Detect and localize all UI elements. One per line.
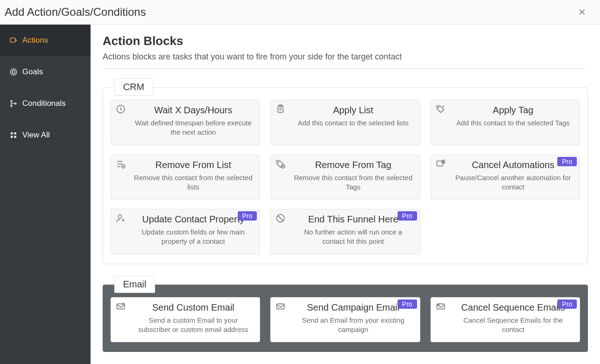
sidebar-item-goals[interactable]: Goals — [0, 56, 91, 88]
svg-rect-8 — [11, 136, 13, 138]
card-apply-list[interactable]: Apply List Add this contact to the selec… — [270, 100, 420, 145]
svg-rect-7 — [14, 132, 17, 135]
card-title: Cancel Automations — [453, 160, 573, 170]
card-title: Update Contact Property — [133, 214, 253, 225]
svg-rect-0 — [10, 38, 15, 42]
sidebar-item-conditionals[interactable]: Conditionals — [0, 88, 91, 119]
pro-badge: Pro — [557, 157, 577, 166]
card-title: Send Campaign Email — [293, 302, 413, 313]
goals-icon — [9, 68, 18, 76]
sidebar-item-actions[interactable]: Actions — [0, 25, 91, 56]
card-desc: Send an Email from your existing campaig… — [293, 316, 413, 335]
card-remove-from-tag[interactable]: Remove From Tag Remove this contact from… — [270, 155, 420, 200]
sidebar-item-label: Actions — [22, 36, 48, 45]
sidebar-item-view-all[interactable]: View All — [0, 119, 91, 151]
layout: Actions Goals Conditionals View All Acti… — [0, 25, 600, 364]
group-label-email: Email — [114, 276, 155, 293]
svg-point-19 — [118, 215, 122, 218]
conditionals-icon — [9, 99, 18, 108]
card-end-this-funnel[interactable]: Pro End This Funnel Here No further acti… — [270, 209, 420, 254]
card-send-custom-email[interactable]: Send Custom Email Send a custom Email to… — [111, 297, 260, 343]
page-title: Action Blocks — [103, 34, 588, 48]
card-cancel-sequence-emails[interactable]: Pro Cancel Sequence Emails Cancel Sequen… — [430, 297, 580, 343]
svg-point-4 — [11, 105, 12, 107]
sidebar: Actions Goals Conditionals View All — [0, 25, 91, 364]
pro-badge: Pro — [398, 211, 417, 221]
sidebar-item-label: Conditionals — [22, 99, 66, 108]
card-title: Cancel Sequence Emails — [453, 302, 573, 313]
card-title: Remove From List — [133, 160, 253, 170]
dialog-header: Add Action/Goals/Conditions ✕ — [0, 0, 600, 25]
card-desc: Remove this contact from the selected li… — [133, 173, 253, 192]
card-desc: Cancel Sequence Emails for the contact — [453, 316, 573, 335]
actions-icon — [9, 36, 18, 45]
pro-badge: Pro — [557, 299, 577, 309]
card-desc: Add this contact to the selected Tags — [453, 118, 573, 128]
stop-icon — [275, 213, 286, 223]
clipboard-list-icon — [275, 104, 286, 114]
group-label-crm: CRM — [114, 78, 153, 96]
grid-icon — [9, 131, 18, 139]
card-desc: Remove this contact from the selected Ta… — [293, 173, 413, 192]
pro-badge: Pro — [398, 299, 417, 309]
group-crm: CRM Wait X Days/Hours Wait defined times… — [103, 87, 588, 264]
svg-point-5 — [15, 103, 16, 104]
close-icon[interactable]: ✕ — [574, 5, 591, 20]
card-title: Wait X Days/Hours — [133, 105, 253, 116]
divider — [103, 68, 588, 69]
page-subtitle: Actions blocks are tasks that you want t… — [103, 52, 588, 62]
user-edit-icon — [116, 213, 126, 223]
card-title: Apply List — [293, 105, 413, 116]
card-cancel-automations[interactable]: Pro Cancel Automations Pause/Cancel anot… — [430, 155, 580, 200]
group-email: Email Send Custom Email Send a custom Em… — [103, 285, 588, 352]
card-title: Apply Tag — [453, 105, 573, 116]
card-desc: Wait defined timespan before execute the… — [133, 118, 253, 137]
card-desc: Add this contact to the selected lists — [293, 118, 413, 128]
svg-rect-9 — [14, 136, 17, 138]
card-update-contact-property[interactable]: Pro Update Contact Property Update custo… — [111, 209, 260, 254]
cancel-automation-icon — [436, 159, 446, 169]
card-desc: Pause/Cancel another automation for cont… — [453, 173, 573, 192]
svg-point-15 — [278, 162, 279, 162]
mail-cancel-icon — [436, 301, 446, 312]
svg-rect-6 — [11, 132, 13, 135]
tag-plus-icon — [436, 104, 446, 114]
card-title: Remove From Tag — [293, 160, 413, 170]
list-minus-icon — [116, 159, 126, 169]
card-desc: Update custom fields or few main propert… — [133, 228, 253, 247]
card-apply-tag[interactable]: Apply Tag Add this contact to the select… — [430, 100, 580, 145]
card-desc: Send a custom Email to your subscriber o… — [133, 316, 253, 335]
mail-edit-icon — [116, 301, 126, 312]
tag-minus-icon — [275, 159, 286, 169]
mail-send-icon — [275, 301, 286, 312]
svg-point-13 — [438, 107, 439, 108]
sidebar-item-label: Goals — [22, 67, 43, 77]
card-grid-email: Send Custom Email Send a custom Email to… — [111, 297, 580, 343]
card-title: End This Funnel Here — [293, 214, 413, 225]
main-content: Action Blocks Actions blocks are tasks t… — [91, 25, 600, 364]
card-send-campaign-email[interactable]: Pro Send Campaign Email Send an Email fr… — [270, 297, 420, 343]
card-desc: No further action will run once a contac… — [293, 228, 413, 247]
svg-rect-22 — [277, 304, 285, 309]
pro-badge: Pro — [238, 211, 257, 221]
card-title: Send Custom Email — [133, 302, 253, 313]
card-wait-x-days[interactable]: Wait X Days/Hours Wait defined timespan … — [111, 100, 260, 145]
card-grid-crm: Wait X Days/Hours Wait defined timespan … — [111, 100, 580, 254]
dialog-title: Add Action/Goals/Conditions — [5, 6, 146, 19]
svg-point-3 — [11, 100, 12, 102]
svg-point-1 — [10, 69, 17, 75]
sidebar-item-label: View All — [22, 130, 50, 140]
svg-point-2 — [12, 71, 15, 73]
card-remove-from-list[interactable]: Remove From List Remove this contact fro… — [111, 155, 260, 200]
clock-icon — [116, 104, 126, 114]
